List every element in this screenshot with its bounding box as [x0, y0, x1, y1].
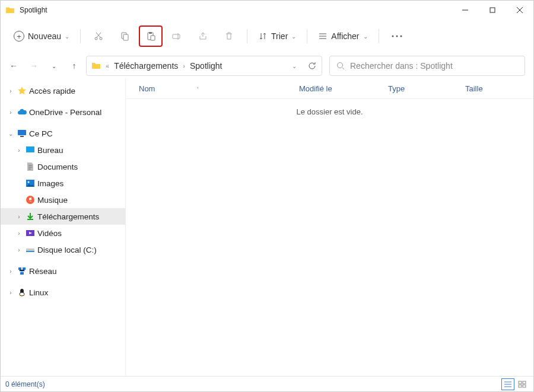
folder-icon [91, 61, 101, 71]
svg-point-11 [400, 36, 402, 37]
nav-recent[interactable]: ⌄ [49, 63, 59, 69]
sort-caret-icon: ˄ [196, 87, 199, 93]
tree-desktop[interactable]: ›Bureau [1, 142, 125, 158]
tree-music[interactable]: Musique [1, 192, 125, 208]
video-icon [26, 228, 35, 238]
view-thumbs-toggle[interactable] [516, 378, 529, 390]
search-icon [336, 61, 345, 71]
paste-icon [146, 31, 155, 41]
view-details-toggle[interactable] [501, 378, 514, 390]
tree-local-disk[interactable]: ›Disque local (C:) [1, 241, 125, 258]
svg-rect-4 [123, 34, 128, 40]
share-icon [198, 31, 208, 41]
search-box[interactable]: Rechercher dans : Spotlight [329, 56, 525, 76]
toolbar: + Nouveau ⌄ Trier ⌄ Afficher ⌄ [1, 20, 533, 53]
nav-forward[interactable]: → [29, 61, 39, 71]
cloud-icon [17, 107, 27, 117]
svg-point-12 [338, 63, 343, 68]
nav-tree: ›Accès rapide ›OneDrive - Personal ⌄Ce P… [1, 79, 125, 376]
paste-button[interactable] [139, 26, 163, 47]
titlebar: Spotlight [1, 1, 533, 20]
copy-button[interactable] [113, 26, 136, 47]
tree-this-pc[interactable]: ⌄Ce PC [1, 125, 125, 142]
more-button[interactable] [385, 26, 409, 47]
sort-button[interactable]: Trier ⌄ [253, 29, 301, 43]
breadcrumb-current[interactable]: Spotlight [190, 61, 222, 71]
window-close[interactable] [506, 1, 533, 20]
status-bar: 0 élément(s) [1, 376, 533, 391]
tree-pictures[interactable]: Images [1, 175, 125, 192]
svg-rect-23 [23, 267, 26, 270]
svg-rect-14 [20, 136, 24, 137]
music-icon [26, 195, 35, 205]
ellipsis-icon [392, 35, 402, 37]
column-headers: Nom˄ Modifié le Type Taille [126, 79, 533, 99]
svg-rect-15 [26, 146, 34, 152]
view-button[interactable]: Afficher ⌄ [313, 29, 372, 43]
list-icon [504, 381, 512, 388]
chevron-right-icon: › [183, 62, 185, 69]
desktop-icon [26, 145, 35, 155]
network-icon [17, 266, 27, 276]
delete-button[interactable] [217, 26, 241, 47]
share-button[interactable] [191, 26, 215, 47]
sort-icon [258, 31, 268, 41]
column-type[interactable]: Type [388, 84, 465, 93]
svg-point-1 [95, 37, 97, 40]
chevron-down-icon: ⌄ [363, 33, 368, 40]
linux-icon [17, 288, 27, 297]
svg-rect-28 [523, 381, 526, 384]
copy-icon [120, 31, 129, 41]
tree-downloads[interactable]: ›Téléchargements [1, 208, 125, 225]
chevron-left-icon: « [106, 62, 109, 69]
window-minimize[interactable] [452, 1, 479, 20]
svg-rect-21 [26, 251, 34, 252]
nav-back[interactable]: ← [9, 61, 18, 71]
column-modified[interactable]: Modifié le [299, 84, 388, 93]
monitor-icon [17, 129, 27, 138]
chevron-down-icon[interactable]: ⌄ [292, 63, 297, 69]
svg-rect-22 [18, 267, 21, 270]
new-button-label: Nouveau [28, 31, 61, 41]
empty-folder-message: Le dossier est vide. [126, 107, 533, 116]
window-maximize[interactable] [479, 1, 506, 20]
breadcrumb-parent[interactable]: Téléchargements [114, 61, 178, 71]
tree-network[interactable]: ›Réseau [1, 263, 125, 279]
svg-rect-7 [151, 36, 155, 40]
chevron-down-icon: ⌄ [65, 33, 69, 40]
nav-up[interactable]: ↑ [69, 61, 79, 71]
refresh-icon[interactable] [307, 61, 317, 71]
grid-icon [518, 381, 526, 388]
svg-rect-13 [18, 130, 26, 135]
drive-icon [26, 245, 35, 254]
search-placeholder: Rechercher dans : Spotlight [350, 61, 453, 71]
sort-button-label: Trier [271, 31, 288, 41]
tree-onedrive[interactable]: ›OneDrive - Personal [1, 104, 125, 120]
tree-videos[interactable]: ›Vidéos [1, 225, 125, 241]
nav-row: ← → ⌄ ↑ « Téléchargements › Spotlight ⌄ … [1, 53, 533, 79]
address-bar[interactable]: « Téléchargements › Spotlight ⌄ [86, 56, 322, 76]
star-icon [17, 86, 27, 95]
cut-button[interactable] [87, 26, 110, 47]
tree-quick-access[interactable]: ›Accès rapide [1, 82, 125, 99]
svg-rect-24 [20, 272, 24, 275]
new-button[interactable]: + Nouveau ⌄ [9, 28, 74, 44]
document-icon [26, 162, 35, 171]
view-button-label: Afficher [331, 31, 359, 41]
rename-button[interactable] [165, 26, 189, 47]
svg-rect-6 [149, 32, 152, 34]
svg-rect-29 [519, 385, 522, 387]
svg-point-10 [396, 36, 398, 37]
pictures-icon [26, 179, 35, 188]
folder-icon [5, 5, 15, 15]
svg-rect-30 [523, 385, 526, 387]
plus-icon: + [14, 31, 24, 42]
file-list: Nom˄ Modifié le Type Taille Le dossier e… [125, 79, 533, 376]
svg-rect-8 [173, 34, 180, 39]
tree-documents[interactable]: Documents [1, 158, 125, 175]
column-name[interactable]: Nom˄ [139, 84, 299, 93]
svg-point-9 [392, 36, 393, 37]
column-size[interactable]: Taille [465, 84, 513, 93]
view-icon [318, 31, 328, 41]
tree-linux[interactable]: ›Linux [1, 284, 125, 301]
